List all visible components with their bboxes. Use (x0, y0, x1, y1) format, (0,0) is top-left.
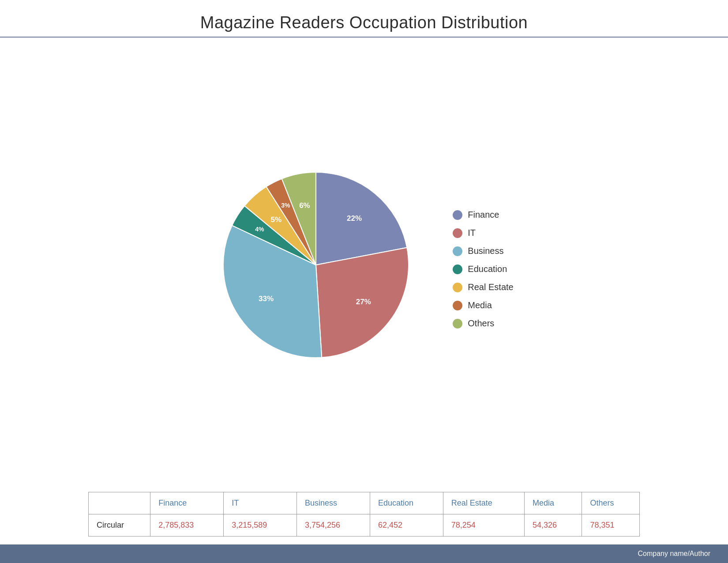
legend-item-finance: Finance (453, 210, 513, 220)
table-header-5: Real Estate (443, 492, 524, 514)
header: Magazine Readers Occupation Distribution (0, 0, 728, 38)
footer: Company name/Author (0, 544, 728, 563)
table-header-7: Others (582, 492, 640, 514)
table-header-6: Media (525, 492, 582, 514)
pie-chart: 22%27%33%4%5%3%6% (214, 163, 417, 367)
legend-label-realestate: Real Estate (468, 282, 513, 292)
legend-dot-finance (453, 210, 462, 220)
table-header-row: FinanceITBusinessEducationReal EstateMed… (89, 492, 640, 514)
table-header-1: Finance (150, 492, 224, 514)
legend-label-others: Others (468, 318, 494, 329)
data-table: FinanceITBusinessEducationReal EstateMed… (88, 492, 640, 537)
legend-item-realestate: Real Estate (453, 282, 513, 292)
chart-section: 22%27%33%4%5%3%6% FinanceITBusinessEduca… (0, 38, 728, 483)
table-header-4: Education (370, 492, 443, 514)
table-cell-3: 62,452 (370, 514, 443, 537)
legend-label-education: Education (468, 264, 507, 274)
table-cell-0: 2,785,833 (150, 514, 224, 537)
table-header-2: IT (224, 492, 297, 514)
label-others: 6% (299, 201, 310, 209)
table-cell-6: 78,351 (582, 514, 640, 537)
table-header-0 (89, 492, 150, 514)
legend-item-others: Others (453, 318, 513, 329)
legend-label-media: Media (468, 300, 492, 310)
label-media: 3% (281, 202, 291, 209)
table-cell-5: 54,326 (525, 514, 582, 537)
pie-svg: 22%27%33%4%5%3%6% (214, 163, 417, 367)
table-row-label: Circular (89, 514, 150, 537)
legend-dot-media (453, 301, 462, 310)
legend-item-education: Education (453, 264, 513, 274)
legend-item-business: Business (453, 246, 513, 256)
legend-label-business: Business (468, 246, 503, 256)
label-business: 33% (259, 294, 274, 302)
legend-label-finance: Finance (468, 210, 499, 220)
legend-dot-it (453, 228, 462, 238)
legend-dot-realestate (453, 283, 462, 292)
label-it: 27% (356, 297, 371, 306)
legend-dot-others (453, 319, 462, 329)
legend: FinanceITBusinessEducationReal EstateMed… (453, 201, 513, 329)
legend-dot-business (453, 246, 462, 256)
legend-label-it: IT (468, 228, 476, 238)
label-education: 4% (255, 225, 265, 232)
table-row: Circular2,785,8333,215,5893,754,25662,45… (89, 514, 640, 537)
page-container: Magazine Readers Occupation Distribution… (0, 0, 728, 563)
page-title: Magazine Readers Occupation Distribution (35, 13, 693, 32)
footer-text: Company name/Author (638, 550, 710, 558)
label-realestate: 5% (271, 215, 282, 223)
table-cell-2: 3,754,256 (297, 514, 370, 537)
legend-item-it: IT (453, 228, 513, 238)
table-cell-1: 3,215,589 (224, 514, 297, 537)
table-cell-4: 78,254 (443, 514, 524, 537)
legend-item-media: Media (453, 300, 513, 310)
label-finance: 22% (347, 214, 362, 222)
legend-dot-education (453, 264, 462, 274)
table-header-3: Business (297, 492, 370, 514)
